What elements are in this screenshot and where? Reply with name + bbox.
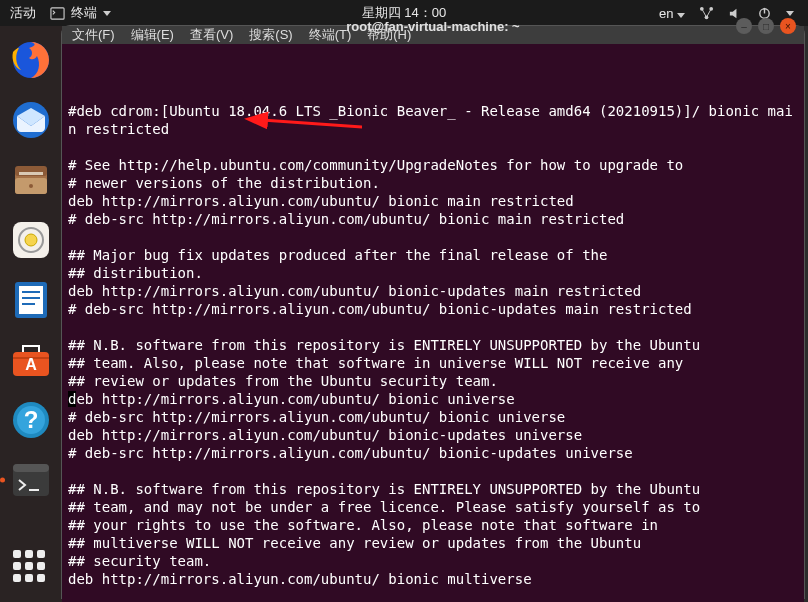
terminal-line — [68, 228, 798, 246]
writer-icon — [9, 278, 53, 322]
terminal-line — [68, 462, 798, 480]
chevron-down-icon — [786, 11, 794, 16]
terminal-line: ## multiverse WILL NOT receive any revie… — [68, 534, 798, 552]
network-icon[interactable] — [699, 6, 714, 21]
terminal-line: ## security team. — [68, 552, 798, 570]
app-indicator[interactable]: 终端 — [50, 4, 111, 22]
menu-terminal[interactable]: 终端(T) — [309, 26, 352, 44]
terminal-line: ## team. Also, please note that software… — [68, 354, 798, 372]
dock: A ? — [0, 26, 62, 602]
terminal-line: ## Major bug fix updates produced after … — [68, 246, 798, 264]
menu-search[interactable]: 搜索(S) — [249, 26, 292, 44]
minimize-button[interactable]: – — [736, 18, 752, 34]
terminal-line — [68, 138, 798, 156]
terminal-line: ## team, and may not be under a free lic… — [68, 498, 798, 516]
dock-writer[interactable] — [7, 276, 55, 324]
software-icon: A — [9, 338, 53, 382]
terminal-small-icon — [50, 6, 65, 21]
dock-thunderbird[interactable] — [7, 96, 55, 144]
terminal-line: # deb-src http://mirrors.aliyun.com/ubun… — [68, 210, 798, 228]
terminal-line: # newer versions of the distribution. — [68, 174, 798, 192]
terminal-line: # See http://help.ubuntu.com/community/U… — [68, 156, 798, 174]
svg-rect-27 — [13, 464, 49, 472]
terminal-line: ## N.B. software from this repository is… — [68, 480, 798, 498]
terminal-line: #deb cdrom:[Ubuntu 18.04.6 LTS _Bionic B… — [68, 102, 798, 138]
svg-rect-0 — [51, 7, 64, 18]
input-source[interactable]: en — [659, 6, 685, 21]
dock-help[interactable]: ? — [7, 396, 55, 444]
terminal-line: # deb-src http://mirrors.aliyun.com/ubun… — [68, 300, 798, 318]
terminal-icon — [9, 458, 53, 502]
terminal-line: ## N.B. software from this repository is… — [68, 336, 798, 354]
terminal-line: ## distribution. — [68, 264, 798, 282]
rhythmbox-icon — [9, 218, 53, 262]
files-icon — [9, 158, 53, 202]
dock-files[interactable] — [7, 156, 55, 204]
dock-firefox[interactable] — [7, 36, 55, 84]
dock-rhythmbox[interactable] — [7, 216, 55, 264]
thunderbird-icon — [9, 98, 53, 142]
terminal-line: # deb-src http://mirrors.aliyun.com/ubun… — [68, 408, 798, 426]
app-indicator-label: 终端 — [71, 4, 97, 22]
terminal-line: deb http://mirrors.aliyun.com/ubuntu/ bi… — [68, 282, 798, 300]
svg-rect-10 — [19, 172, 43, 175]
terminal-line: deb http://mirrors.aliyun.com/ubuntu/ bi… — [68, 390, 798, 408]
menu-edit[interactable]: 编辑(E) — [131, 26, 174, 44]
terminal-window: root@fan-virtual-machine: ~ – □ × 文件(F) … — [62, 26, 804, 598]
terminal-line: deb http://mirrors.aliyun.com/ubuntu/ bi… — [68, 570, 798, 588]
svg-point-12 — [29, 184, 33, 188]
show-applications[interactable] — [13, 550, 49, 586]
svg-text:A: A — [25, 356, 37, 373]
dock-software[interactable]: A — [7, 336, 55, 384]
terminal-line: deb http://mirrors.aliyun.com/ubuntu/ bi… — [68, 426, 798, 444]
terminal-line: # deb-src http://mirrors.aliyun.com/ubun… — [68, 444, 798, 462]
svg-rect-17 — [19, 286, 43, 314]
chevron-down-icon — [103, 11, 111, 16]
terminal-content[interactable]: #deb cdrom:[Ubuntu 18.04.6 LTS _Bionic B… — [62, 44, 804, 602]
svg-text:?: ? — [24, 406, 39, 433]
menu-view[interactable]: 查看(V) — [190, 26, 233, 44]
firefox-icon — [9, 38, 53, 82]
window-title: root@fan-virtual-machine: ~ — [346, 19, 519, 34]
svg-point-15 — [25, 234, 37, 246]
help-icon: ? — [9, 398, 53, 442]
terminal-line: ## your rights to use the software. Also… — [68, 516, 798, 534]
menu-file[interactable]: 文件(F) — [72, 26, 115, 44]
activities-button[interactable]: 活动 — [10, 4, 36, 22]
chevron-down-icon — [677, 13, 685, 18]
dock-terminal[interactable] — [7, 456, 55, 504]
terminal-line: deb http://mirrors.aliyun.com/ubuntu/ bi… — [68, 192, 798, 210]
close-button[interactable]: × — [780, 18, 796, 34]
terminal-line — [68, 318, 798, 336]
maximize-button[interactable]: □ — [758, 18, 774, 34]
terminal-line: ## review or updates from the Ubuntu sec… — [68, 372, 798, 390]
